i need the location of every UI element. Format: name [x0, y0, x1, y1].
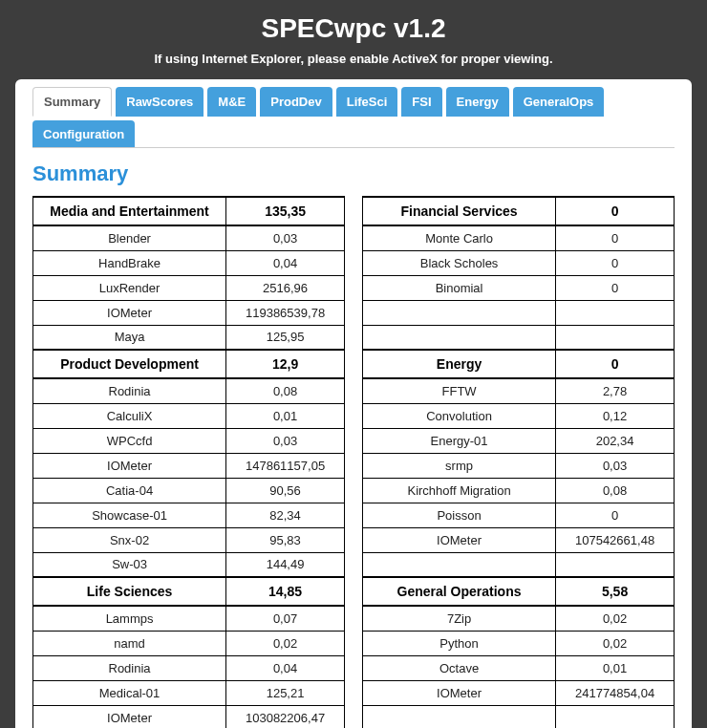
row-label: Rodinia — [33, 655, 226, 680]
row-value: 0,02 — [226, 631, 345, 655]
row-label — [363, 552, 556, 577]
row-value: 202,34 — [556, 428, 675, 453]
tab-configuration[interactable]: Configuration — [32, 120, 135, 148]
row-label: namd — [33, 631, 226, 655]
tab-me[interactable]: M&E — [207, 87, 256, 117]
row-value: 0,02 — [556, 631, 675, 655]
tab-lifesci[interactable]: LifeSci — [336, 87, 398, 117]
row-value: 82,34 — [226, 503, 345, 527]
row-label: Life Sciences — [33, 577, 226, 606]
summary-table-right: Financial Services0Monte Carlo0Black Sch… — [362, 196, 675, 728]
row-label: Snx-02 — [33, 527, 226, 552]
row-value: 0,02 — [556, 606, 675, 631]
tab-proddev[interactable]: ProdDev — [260, 87, 332, 117]
tab-energy[interactable]: Energy — [446, 87, 509, 117]
row-value: 241774854,04 — [556, 680, 675, 705]
row-value — [556, 300, 675, 325]
row-value: 0 — [556, 350, 675, 378]
row-label: IOMeter — [363, 680, 556, 705]
row-label: IOMeter — [33, 300, 226, 325]
row-value — [556, 705, 675, 728]
summary-table-left: Media and Entertainment135,35Blender0,03… — [32, 196, 345, 728]
row-value: 0,01 — [556, 655, 675, 680]
row-value: 125,21 — [226, 680, 345, 705]
row-value: 0,03 — [226, 428, 345, 453]
row-label — [363, 325, 556, 350]
row-label: Financial Services — [363, 197, 556, 225]
row-value: 0 — [556, 275, 675, 300]
row-value: 0,01 — [226, 403, 345, 428]
row-label: Kirchhoff Migration — [363, 478, 556, 503]
row-label: Media and Entertainment — [33, 197, 226, 225]
row-value: 90,56 — [226, 478, 345, 503]
summary-grid: Media and Entertainment135,35Blender0,03… — [32, 196, 675, 728]
row-label: Blender — [33, 225, 226, 250]
content-panel: SummaryRawScoresM&EProdDevLifeSciFSIEner… — [15, 79, 692, 728]
row-label: HandBrake — [33, 250, 226, 275]
row-label: srmp — [363, 453, 556, 478]
row-label: Energy-01 — [363, 428, 556, 453]
row-value: 119386539,78 — [226, 300, 345, 325]
row-label: FFTW — [363, 378, 556, 403]
row-label: Showcase-01 — [33, 503, 226, 527]
row-label: Product Development — [33, 350, 226, 378]
section-title: Summary — [32, 161, 675, 186]
row-value: 0,03 — [556, 453, 675, 478]
row-label: LuxRender — [33, 275, 226, 300]
row-label: Medical-01 — [33, 680, 226, 705]
row-value: 95,83 — [226, 527, 345, 552]
tab-bar: SummaryRawScoresM&EProdDevLifeSciFSIEner… — [32, 79, 675, 148]
row-value: 0 — [556, 225, 675, 250]
row-value: 144,49 — [226, 552, 345, 577]
row-label: Lammps — [33, 606, 226, 631]
row-value: 0,04 — [226, 655, 345, 680]
row-value: 0,07 — [226, 606, 345, 631]
row-label: IOMeter — [363, 527, 556, 552]
tab-fsi[interactable]: FSI — [401, 87, 441, 117]
row-label: Convolution — [363, 403, 556, 428]
row-value: 0 — [556, 250, 675, 275]
row-label — [363, 300, 556, 325]
row-value: 125,95 — [226, 325, 345, 350]
row-label: Rodinia — [33, 378, 226, 403]
row-value: 0,08 — [556, 478, 675, 503]
row-value: 0 — [556, 503, 675, 527]
row-label: 7Zip — [363, 606, 556, 631]
row-label: Binomial — [363, 275, 556, 300]
row-label: Monte Carlo — [363, 225, 556, 250]
row-value: 2516,96 — [226, 275, 345, 300]
row-value — [556, 552, 675, 577]
notice-text: If using Internet Explorer, please enabl… — [0, 52, 707, 79]
row-value: 14,85 — [226, 577, 345, 606]
page-title: SPECwpc v1.2 — [0, 0, 707, 52]
row-label: Octave — [363, 655, 556, 680]
row-value: 0,12 — [556, 403, 675, 428]
row-value: 12,9 — [226, 350, 345, 378]
row-value: 0,08 — [226, 378, 345, 403]
tab-generalops[interactable]: GeneralOps — [513, 87, 605, 117]
row-label: Poisson — [363, 503, 556, 527]
row-label: Black Scholes — [363, 250, 556, 275]
row-label: Python — [363, 631, 556, 655]
tab-summary[interactable]: Summary — [32, 87, 112, 117]
row-value: 107542661,48 — [556, 527, 675, 552]
row-label: Maya — [33, 325, 226, 350]
row-label: WPCcfd — [33, 428, 226, 453]
row-label: CalculiX — [33, 403, 226, 428]
row-label: General Operations — [363, 577, 556, 606]
row-value: 0,03 — [226, 225, 345, 250]
row-value: 2,78 — [556, 378, 675, 403]
tab-rawscores[interactable]: RawScores — [116, 87, 204, 117]
row-label — [363, 705, 556, 728]
row-label: Sw-03 — [33, 552, 226, 577]
row-value: 135,35 — [226, 197, 345, 225]
row-label: Energy — [363, 350, 556, 378]
row-value: 0,04 — [226, 250, 345, 275]
row-value: 5,58 — [556, 577, 675, 606]
row-label: IOMeter — [33, 453, 226, 478]
row-value — [556, 325, 675, 350]
row-value: 0 — [556, 197, 675, 225]
row-value: 103082206,47 — [226, 705, 345, 728]
row-label: Catia-04 — [33, 478, 226, 503]
row-label: IOMeter — [33, 705, 226, 728]
